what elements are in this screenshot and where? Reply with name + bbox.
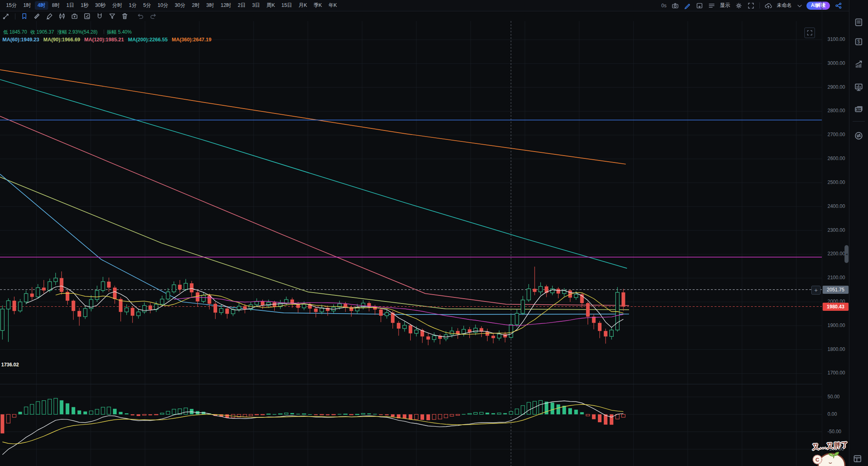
crosshair-price-tag: 2051.75 <box>823 286 849 294</box>
legend-涨幅: 涨幅 2.93%(54.28) <box>57 29 97 35</box>
market-monitor-icon[interactable] <box>854 82 864 92</box>
timeframe-年K[interactable]: 年K <box>326 1 340 10</box>
svg-text:ETF: ETF <box>856 108 861 111</box>
timeframe-2时[interactable]: 2时 <box>189 1 203 10</box>
timeframe-10分[interactable]: 10分 <box>155 1 171 10</box>
axis-label: 1700.00 <box>827 370 845 376</box>
trend-icon[interactable] <box>854 59 864 69</box>
timeframe-30分[interactable]: 30分 <box>172 1 188 10</box>
interval-countdown: 0s <box>661 3 667 9</box>
filter-tool[interactable] <box>109 13 116 20</box>
axis-label: 2200.00 <box>827 251 845 257</box>
timeframe-分时[interactable]: 分时 <box>109 1 125 10</box>
macd-axis-label: 50.00 <box>827 394 840 400</box>
case-tool[interactable] <box>71 13 78 20</box>
timeframe-3时[interactable]: 3时 <box>203 1 217 10</box>
display-menu[interactable]: 显示 <box>720 2 730 9</box>
price-level-label: 1736.02 <box>1 362 19 368</box>
object-tree-icon[interactable] <box>708 2 715 9</box>
right-sidebar: $ETF <box>849 0 868 466</box>
timeframe-2日[interactable]: 2日 <box>235 1 248 10</box>
wallet-icon[interactable]: $ <box>854 37 864 47</box>
axis-label: 2100.00 <box>827 275 845 280</box>
candlestick-chart[interactable] <box>0 21 822 466</box>
timeframe-30秒[interactable]: 30秒 <box>92 1 109 10</box>
pattern-tool[interactable] <box>58 13 66 20</box>
axis-label: 2900.00 <box>827 84 845 90</box>
timeframe-row: 15分1时4时8时1日1秒30秒分时1分5分10分30分2时3时12时2日3日周… <box>3 1 341 10</box>
timeframe-3日[interactable]: 3日 <box>250 1 263 10</box>
sticker-character: C <box>811 451 852 466</box>
timeframe-1日[interactable]: 1日 <box>64 1 77 10</box>
timeframe-5分[interactable]: 5分 <box>141 1 154 10</box>
axis-label: 1900.00 <box>827 323 845 328</box>
timeframe-1秒[interactable]: 1秒 <box>78 1 91 10</box>
timeframe-15日[interactable]: 15日 <box>279 1 295 10</box>
news-icon[interactable] <box>854 17 864 27</box>
price-axis[interactable]: 2051.75 1980.43 3100.003000.002900.00280… <box>822 0 849 466</box>
timeframe-季K[interactable]: 季K <box>311 1 325 10</box>
legend-低: 低 1845.70 <box>3 29 27 35</box>
legend-收: 收 1905.37 <box>30 29 54 35</box>
redo-icon[interactable] <box>149 13 157 20</box>
legend-振幅: 振幅 5.40% <box>107 29 132 35</box>
legend-MA(360): MA(360):2647.19 <box>172 37 211 43</box>
toolbar-divider <box>15 13 15 19</box>
gear-icon[interactable] <box>735 2 742 9</box>
axis-label: 2800.00 <box>827 108 845 113</box>
delete-tool[interactable] <box>121 13 128 20</box>
panels-icon[interactable] <box>853 454 862 464</box>
axis-label: 3100.00 <box>827 36 845 42</box>
timeframe-4时[interactable]: 4时 <box>35 1 48 10</box>
timeframe-15分[interactable]: 15分 <box>3 1 19 10</box>
last-price-tag: 1980.43 <box>823 303 849 311</box>
axis-label: 2300.00 <box>827 227 845 233</box>
axis-label: 2600.00 <box>827 156 845 161</box>
bookmark-tool[interactable] <box>21 13 28 20</box>
legend-MA(120): MA(120):1985.21 <box>84 37 124 43</box>
toolbar-divider <box>759 2 760 9</box>
drawing-toolbar <box>0 11 868 21</box>
timeframe-周K[interactable]: 周K <box>264 1 278 10</box>
pane-maximize-icon[interactable] <box>804 28 815 38</box>
fullscreen-icon[interactable] <box>747 2 755 9</box>
top-toolbar: 15分1时4时8时1日1秒30秒分时1分5分10分30分2时3时12时2日3日周… <box>0 0 868 11</box>
brush-tool[interactable] <box>46 13 53 20</box>
note-tool[interactable] <box>83 13 91 20</box>
timeframe-1时[interactable]: 1时 <box>20 1 34 10</box>
timeframe-月K[interactable]: 月K <box>296 1 310 10</box>
sidebar-divider <box>853 121 865 122</box>
timeframe-12时[interactable]: 12时 <box>218 1 234 10</box>
pencil-icon[interactable] <box>684 2 691 9</box>
etf-icon[interactable]: ETF <box>854 105 864 114</box>
axis-label: 2700.00 <box>827 132 845 137</box>
trendline-tool[interactable] <box>2 13 10 20</box>
macd-axis-label: 0.00 <box>827 411 837 417</box>
macd-axis-label: -50.00 <box>827 429 841 434</box>
swap-icon[interactable] <box>854 131 864 141</box>
axis-label: 1800.00 <box>827 346 845 352</box>
camera-icon[interactable] <box>672 2 679 9</box>
cloud-upload-icon[interactable] <box>765 2 772 9</box>
chevron-down-icon[interactable] <box>797 3 802 8</box>
legend-MA(90): MA(90):1966.69 <box>43 37 80 43</box>
axis-label: 2400.00 <box>827 203 845 209</box>
legend-divider <box>104 30 104 34</box>
legend-MA(60): MA(60):1949.23 <box>2 37 39 43</box>
undo-icon[interactable] <box>137 13 144 20</box>
document-name[interactable]: 未命名 <box>777 2 792 9</box>
add-alert-button[interactable]: + <box>811 286 821 295</box>
ruler-tool[interactable] <box>33 13 41 20</box>
timeframe-1分[interactable]: 1分 <box>126 1 139 10</box>
axis-label: 2500.00 <box>827 180 845 185</box>
axis-label: 3000.00 <box>827 60 845 66</box>
axis-scroll-handle[interactable]: ◂ <box>845 245 849 263</box>
legend-MA(200): MA(200):2266.55 <box>128 37 168 43</box>
svg-text:$: $ <box>857 39 860 45</box>
sticker-badge-letter: C <box>815 457 819 463</box>
timeframe-8时[interactable]: 8时 <box>49 1 62 10</box>
ma-legend: MA(60):1949.23MA(90):1966.69MA(120):1985… <box>2 37 215 43</box>
chart-area[interactable] <box>0 21 822 466</box>
magnet-tool[interactable] <box>96 13 103 20</box>
add-pane-icon[interactable] <box>696 2 703 9</box>
